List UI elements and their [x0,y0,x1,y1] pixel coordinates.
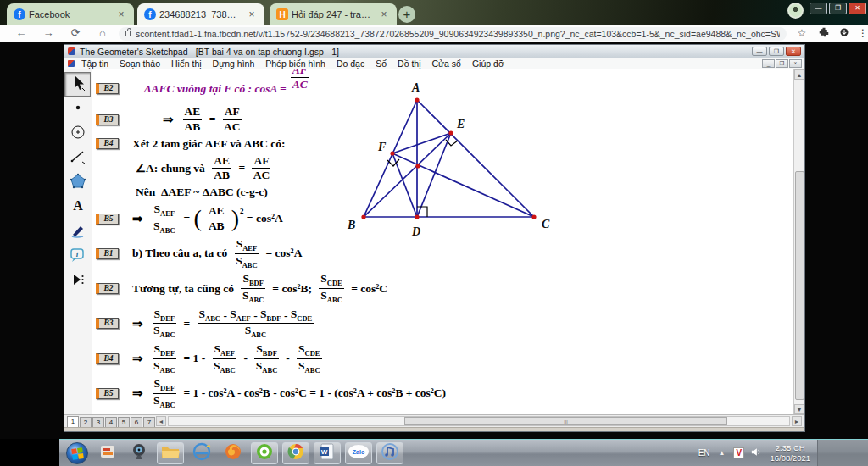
hidden-icons-arrow[interactable]: ▲ [719,449,726,457]
document-minimize-button[interactable]: _ [762,59,775,68]
office-app-taskbar-button[interactable] [94,442,121,464]
menu-item-cửa-sổ[interactable]: Cửa sổ [431,58,460,69]
point-tool[interactable] [64,97,91,121]
internet-explorer-taskbar-button[interactable] [188,442,215,464]
math-row: B3⇒SDEFSABC = SABC - SAEF - SBDF - SCDES… [96,308,793,339]
page-tab-5[interactable]: 5 [118,417,130,427]
reload-icon[interactable]: ⟳ [68,26,83,39]
math-subscript-term: SABC [199,308,220,323]
menu-item-giúp-đỡ[interactable]: Giúp đỡ [472,58,504,69]
menu-item-dựng-hình[interactable]: Dựng hình [213,58,255,69]
menu-item-đo-đạc[interactable]: Đo đạc [337,58,364,69]
menu-item-soạn-thảo[interactable]: Soạn thảo [120,58,160,69]
scroll-right-icon[interactable]: ► [792,416,802,426]
page-tab-2[interactable]: 2 [80,417,92,427]
speaker-icon[interactable] [751,447,761,458]
math-subscript-term: SBDF [242,273,264,287]
scroll-down-icon[interactable]: ▼ [794,404,804,414]
forward-icon[interactable]: → [41,26,56,39]
vertical-scroll-thumb[interactable] [795,171,804,400]
polygon-icon [70,173,86,193]
step-button-b4[interactable]: B4 [96,353,119,364]
vertical-scrollbar[interactable]: ▲ ▼ [793,69,804,414]
browser-tab[interactable]: HHỏi đáp 247 - trang tra loi× [270,3,397,25]
step-button-b4[interactable]: B4 [96,138,119,149]
step-button-b5[interactable]: B5 [96,388,119,399]
sketchpad-minimize-button[interactable]: — [752,47,767,56]
media-player-taskbar-button[interactable] [376,442,403,464]
step-button-b3[interactable]: B3 [96,318,119,329]
step-button-b3[interactable]: B3 [96,114,119,125]
menu-item-phép-biến-hình[interactable]: Phép biến hình [265,58,326,69]
math-text: - [220,310,230,322]
window-minimize-button[interactable]: — [810,3,827,14]
tab-close-icon[interactable]: × [115,8,127,20]
firefox-taskbar-button[interactable] [220,442,247,464]
extensions-puzzle-icon[interactable] [815,27,832,40]
step-button-b5[interactable]: B5 [96,214,119,225]
browser-tab[interactable]: fFacebook× [7,3,134,25]
step-button-b2[interactable]: B2 [96,83,119,94]
language-indicator[interactable]: EN [698,448,710,458]
fraction-denominator: AC [224,120,241,133]
start-button[interactable] [66,442,88,464]
menu-item-tập-tin[interactable]: Tập tin [81,58,108,69]
document-close-button[interactable]: × [789,59,802,68]
custom-tool-tool[interactable] [64,269,91,293]
back-icon[interactable]: ← [14,26,29,39]
chrome-taskbar-button[interactable] [282,442,309,464]
file-explorer-taskbar-button[interactable] [157,442,184,464]
scroll-left-icon[interactable]: ◄ [156,416,166,426]
show-desktop-button[interactable] [817,440,868,466]
new-tab-button[interactable]: + [398,6,415,23]
selection-arrow-tool[interactable] [64,72,91,97]
text-tool[interactable]: A [64,195,91,219]
idm-extension-icon[interactable] [836,27,853,40]
page-tab-6[interactable]: 6 [131,417,142,427]
sketchpad-menu-bar: Tập tinSoạn thảoHiển thịDựng hìnhPhép bi… [64,58,804,69]
sketch-canvas[interactable]: B2ΔAFC vuông tại F có : cosA =AFACB3⇒AEA… [92,69,793,414]
webcam-taskbar-button[interactable] [125,442,153,464]
bookmark-star-icon[interactable]: ☆ [793,27,810,39]
vietkey-icon[interactable]: V [733,447,744,458]
profile-avatar[interactable] [787,3,804,19]
home-icon[interactable]: ⌂ [95,26,110,39]
window-close-button[interactable]: ✕ [849,3,866,14]
step-button-b2[interactable]: B2 [96,283,119,294]
straightedge-tool[interactable] [64,146,91,170]
menu-item-số[interactable]: Số [376,58,387,69]
page-tab-3[interactable]: 3 [92,417,104,427]
polygon-tool[interactable] [64,170,91,195]
tab-close-icon[interactable]: × [378,8,390,20]
math-text: - [281,310,291,322]
math-subscript-term: SCDE [291,308,312,323]
tray-clock[interactable]: 2:35 CH 16/08/2021 [770,443,810,463]
document-restore-button[interactable]: ❐ [776,59,788,68]
step-button-b1[interactable]: B1 [96,248,119,259]
information-tool[interactable]: i [64,244,91,269]
horizontal-scrollbar[interactable]: ||| [168,416,790,426]
page-tab-1[interactable]: 1 [67,416,79,427]
page-tab-4[interactable]: 4 [105,417,117,427]
sketchpad-restore-button[interactable]: ❐ [769,47,784,56]
compass-tool[interactable] [64,121,91,146]
browser-menu-icon[interactable]: ⋮ [854,27,868,39]
menu-item-hiển-thị[interactable]: Hiển thị [171,58,202,69]
sketchpad-close-button[interactable]: ✕ [786,47,801,56]
browser-tab[interactable]: f234688213_738727026855209_9× [137,3,264,25]
page-tab-7[interactable]: 7 [143,417,155,427]
marker-tool[interactable] [64,219,91,244]
sketchpad-title-bar[interactable]: The Geometer's Sketchpad - [BT bai 4 va … [64,45,804,58]
menu-item-đồ-thị[interactable]: Đồ thị [398,58,420,69]
tab-close-icon[interactable]: × [246,8,258,20]
math-text: = [181,317,192,330]
zalo-taskbar-button[interactable]: Zalo [345,442,372,464]
coccoc-taskbar-button[interactable] [251,442,278,464]
scroll-up-icon[interactable]: ▲ [794,69,804,80]
address-bar[interactable]: scontent.fdad1-1.fna.fbcdn.net/v/t1.1575… [119,27,787,41]
word-taskbar-button[interactable]: W [314,442,341,464]
window-maximize-button[interactable]: ❐ [829,3,847,14]
math-subscript-term: SABC [242,290,264,304]
math-text: Tương tự, ta cũng có [132,282,236,296]
horizontal-scroll-thumb[interactable]: ||| [404,417,727,425]
